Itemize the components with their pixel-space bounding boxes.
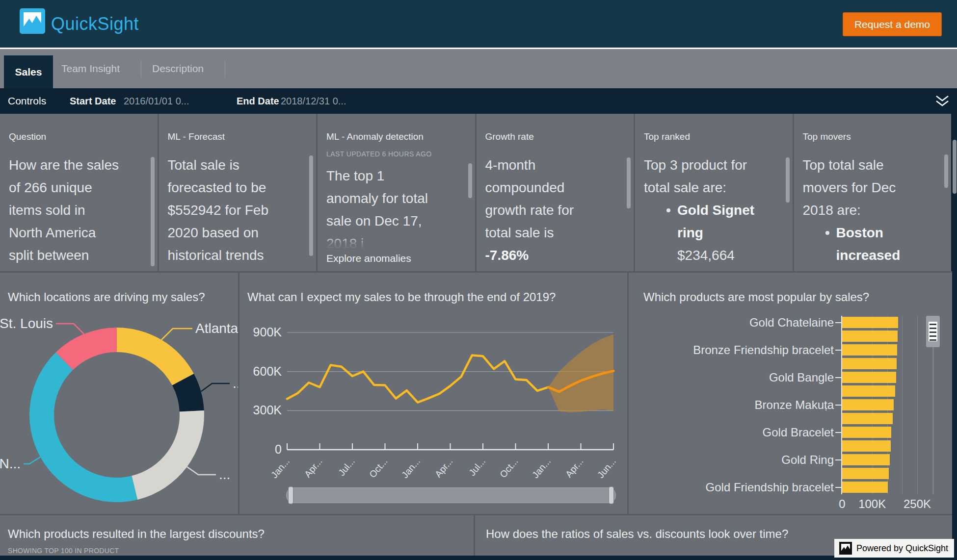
bar-value-bar[interactable] <box>842 468 889 479</box>
line-chart-panel: What can I expect my sales to be through… <box>239 273 627 514</box>
historical-sales-line[interactable] <box>287 355 548 402</box>
quicksight-logo-icon <box>20 8 45 34</box>
bar-row <box>629 384 952 398</box>
donut-slice-3[interactable] <box>29 353 137 502</box>
tab-divider <box>225 60 225 78</box>
bar-label-tick <box>835 487 841 488</box>
quicksight-dashboard: QuickSight Request a demo Sales Team Ins… <box>0 0 957 560</box>
products-bar-chart[interactable]: Gold ChatelaineBronze Friendship bracele… <box>629 316 952 494</box>
bar-chart-scrollbar-thumb[interactable] <box>926 316 940 347</box>
brand-title: QuickSight <box>51 0 139 48</box>
card-last-updated: LAST UPDATED 6 HOURS AGO <box>326 150 465 158</box>
slider-handle-right[interactable] <box>609 486 614 504</box>
insight-card-question[interactable]: QuestionHow are the sales of 266 unique … <box>0 114 158 271</box>
bar-value-bar[interactable] <box>842 482 888 493</box>
bar-chart-panel: Which products are most popular by sales… <box>629 273 952 514</box>
bar-value-bar[interactable] <box>842 331 898 342</box>
card-body-text: Total sale is forecasted to be $552942 f… <box>168 154 307 267</box>
bar-category-label: Bronze Makuṭa <box>629 398 834 412</box>
tab-divider <box>141 60 141 78</box>
bar-label-tick <box>835 432 841 433</box>
donut-slice-2[interactable] <box>132 410 204 500</box>
bottom-panels-row: Which products resulted in the largest d… <box>0 515 952 556</box>
bullet-main: Gold Signet ring <box>677 203 754 240</box>
start-date-value[interactable]: 2016/01/01 0... <box>124 88 189 114</box>
bar-value-bar[interactable] <box>842 385 895 397</box>
bar-label-tick <box>835 459 841 460</box>
card-body-text: How are the sales of 266 unique items so… <box>9 154 148 267</box>
bar-value-bar[interactable] <box>842 344 897 356</box>
bar-value-bar[interactable] <box>842 399 894 410</box>
insight-card-top-ranked[interactable]: Top rankedTop 3 product for total sale a… <box>635 114 793 271</box>
donut-leader-line <box>201 383 230 391</box>
card-scrollbar-thumb[interactable] <box>627 157 631 208</box>
bar-row: Gold Ring <box>629 453 952 467</box>
card-title: Growth rate <box>485 131 624 142</box>
bar-value-bar[interactable] <box>842 427 891 438</box>
card-scrollbar-thumb[interactable] <box>786 157 790 203</box>
card-scrollbar-thumb[interactable] <box>944 154 948 188</box>
discounts-panel: Which products resulted in the largest d… <box>0 515 474 556</box>
bar-row <box>629 412 952 426</box>
card-title: ML - Forecast <box>168 131 307 142</box>
card-scrollbar-thumb[interactable] <box>468 163 472 198</box>
collapse-controls-icon[interactable] <box>935 95 949 107</box>
sales-forecast-line-chart[interactable]: 900K600K300K0Jan...Apr...Jul...Oct...Jan… <box>239 273 627 514</box>
bullet-sub: $234,664 <box>677 248 735 263</box>
y-axis-tick-label: 0 <box>275 442 282 456</box>
card-body-text: Top 3 product for total sale are: <box>644 154 783 199</box>
x-axis-tick-label: Apr... <box>433 456 455 479</box>
charts-row: Which locations are driving my sales? At… <box>0 273 952 514</box>
tab-description[interactable]: Description <box>152 49 204 88</box>
card-bullet-item: Boston increased <box>803 222 942 267</box>
insight-card-top-movers[interactable]: Top moversTop total sale movers for Dec … <box>794 114 952 271</box>
bar-row: Gold Bangle <box>629 371 952 384</box>
card-body-text: Top total sale movers for Dec 2018 are: <box>803 154 942 222</box>
bar-row <box>629 467 952 481</box>
x-axis-tick-label: Oct... <box>498 456 520 480</box>
insight-card-ml-forecast[interactable]: ML - ForecastTotal sale is forecasted to… <box>159 114 317 271</box>
donut-slice-0[interactable] <box>117 328 194 385</box>
bar-row: Bronze Friendship bracelet <box>629 343 952 357</box>
bar-value-bar[interactable] <box>842 358 897 369</box>
bar-category-label: Gold Bangle <box>629 371 834 384</box>
bar-value-bar[interactable] <box>842 454 890 465</box>
bar-x-tick-label: 100K <box>858 497 886 511</box>
bar-row <box>629 330 952 343</box>
donut-leader-line <box>187 467 216 475</box>
bar-value-bar[interactable] <box>842 440 891 452</box>
controls-bar: Controls Start Date 2016/01/01 0... End … <box>0 88 957 114</box>
card-scrollbar-thumb[interactable] <box>309 155 313 256</box>
bar-x-tick-label: 0 <box>839 497 845 511</box>
bar-category-label: Gold Bracelet <box>629 426 834 439</box>
bar-row: Bronze Makuṭa <box>629 398 952 412</box>
bar-value-bar[interactable] <box>842 413 893 424</box>
page-scrollbar-thumb[interactable] <box>953 140 957 194</box>
bar-label-tick <box>835 405 841 406</box>
card-scrollbar-thumb[interactable] <box>151 157 155 266</box>
donut-slice-label: Atlanta <box>195 321 238 336</box>
insight-card-ml-anomaly-detection[interactable]: ML - Anomaly detectionLAST UPDATED 6 HOU… <box>318 114 475 271</box>
tab-sales[interactable]: Sales <box>4 55 53 88</box>
insight-card-growth-rate[interactable]: Growth rate4-month compounded growth rat… <box>477 114 634 271</box>
bar-value-bar[interactable] <box>842 317 898 328</box>
explore-anomalies-link[interactable]: Explore anomalies <box>318 249 475 271</box>
date-range-slider[interactable] <box>286 487 616 503</box>
bar-value-bar[interactable] <box>842 372 896 383</box>
tab-team-insight[interactable]: Team Insight <box>61 49 120 88</box>
bar-row <box>629 357 952 371</box>
donut-chart-panel: Which locations are driving my sales? At… <box>0 273 238 514</box>
x-axis-tick-label: Jul... <box>336 456 357 478</box>
x-axis-tick-label: Jun... <box>595 456 618 480</box>
request-demo-button[interactable]: Request a demo <box>843 12 942 36</box>
bar-label-tick <box>835 350 841 351</box>
bar-label-tick <box>835 322 841 323</box>
end-date-value[interactable]: 2018/12/31 0... <box>281 88 346 114</box>
locations-donut-chart[interactable]: Atlanta......N...St. Louis <box>0 273 238 514</box>
powered-by-badge[interactable]: Powered by QuickSight <box>834 539 954 558</box>
start-date-label: Start Date <box>70 88 116 114</box>
donut-leader-line <box>56 324 84 334</box>
slider-handle-left[interactable] <box>288 486 293 504</box>
card-body-text: 4-month compounded growth rate for total… <box>485 154 624 267</box>
end-date-label: End Date <box>237 88 279 114</box>
